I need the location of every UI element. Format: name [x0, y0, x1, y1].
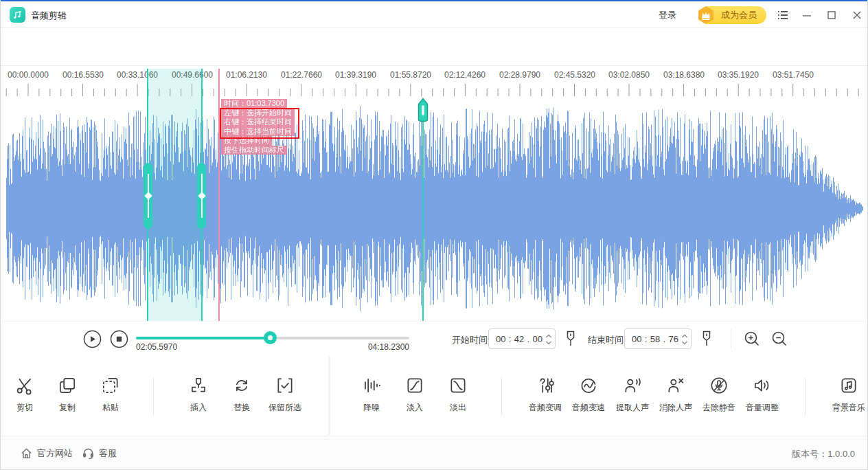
- extract-vocal-icon: [622, 375, 643, 396]
- separator: :: [509, 334, 512, 344]
- denoise-icon: [361, 375, 382, 396]
- vip-label: 成为会员: [721, 9, 757, 21]
- tool-extract-vocal[interactable]: 提取人声: [613, 375, 652, 414]
- tool-cut[interactable]: 剪切: [5, 375, 45, 414]
- end-marker-button[interactable]: [699, 330, 714, 348]
- official-website-label: 官方网站: [37, 447, 73, 460]
- crown-icon: [696, 5, 716, 25]
- start-minutes[interactable]: 00: [496, 334, 505, 344]
- tool-paste[interactable]: 粘贴: [91, 375, 130, 414]
- tool-fade-out[interactable]: 淡出: [438, 375, 478, 414]
- official-website-link[interactable]: 官方网站: [20, 447, 73, 460]
- start-seconds[interactable]: 42: [514, 334, 524, 344]
- tool-remove-silence[interactable]: 去除静音: [699, 375, 739, 414]
- pitch-icon: [535, 375, 556, 396]
- tool-fade-in[interactable]: 淡入: [395, 375, 435, 414]
- tool-keep-selected[interactable]: 保留所选: [265, 375, 305, 414]
- end-frames[interactable]: 76: [669, 334, 678, 344]
- separator: .: [527, 334, 530, 344]
- support-link[interactable]: 客服: [82, 447, 117, 460]
- footer: 官方网站 客服 版本号：1.0.0.0: [1, 437, 868, 470]
- cut-icon: [14, 375, 35, 396]
- waveform-canvas[interactable]: [1, 96, 868, 321]
- menu-icon[interactable]: [775, 8, 790, 22]
- tool-speed[interactable]: 音频变速: [569, 375, 608, 414]
- window-top-accent: [1, 0, 868, 1]
- progress-fill: [136, 337, 270, 339]
- file-toolbar: 更换 Beat It - Michael Jackson.mp3 00:16.7…: [1, 28, 868, 66]
- close-icon[interactable]: [849, 8, 865, 22]
- end-time-field[interactable]: 00 : 58 . 76: [624, 328, 692, 349]
- support-label: 客服: [99, 447, 117, 460]
- start-stepper[interactable]: [545, 332, 552, 347]
- tooltip-drag-line: 按住拖动时间标尺: [221, 146, 287, 155]
- fade-in-icon: [404, 375, 425, 396]
- insert-icon: [188, 375, 209, 396]
- app-title: 音频剪辑: [31, 10, 67, 22]
- current-time-line: [422, 120, 424, 321]
- ruler-ticks: [1, 66, 868, 96]
- edit-toolbar: 剪切 复制 粘贴 插入 替换 保留所选 降噪 淡入 淡出 音频变调 音频变速: [1, 356, 868, 436]
- total-time-text: 04:18.2300: [361, 342, 409, 352]
- tool-pitch[interactable]: 音频变调: [525, 375, 565, 414]
- waveform-area[interactable]: [1, 96, 868, 321]
- fade-out-icon: [448, 375, 468, 396]
- replace-icon: [231, 375, 252, 396]
- remove-vocal-icon: [665, 375, 686, 396]
- volume-icon: [752, 375, 773, 396]
- divider: [501, 378, 502, 415]
- current-time-text: 02:05.5970: [136, 342, 177, 352]
- progress-knob[interactable]: [264, 331, 277, 344]
- separator: :: [645, 334, 648, 344]
- hover-playhead-line: [218, 69, 220, 321]
- app-logo-icon: [10, 7, 25, 23]
- tool-insert[interactable]: 插入: [179, 375, 218, 414]
- start-time-field[interactable]: 00 : 42 . 00: [488, 328, 556, 349]
- tool-denoise[interactable]: 降噪: [352, 375, 391, 414]
- current-time-pin[interactable]: [417, 98, 429, 123]
- end-seconds[interactable]: 58: [650, 334, 660, 344]
- selection-end-handle[interactable]: [197, 163, 206, 229]
- selection-start-handle[interactable]: [144, 163, 152, 229]
- paste-icon: [100, 375, 121, 396]
- keep-selected-icon: [275, 375, 295, 396]
- stop-button[interactable]: [110, 330, 128, 348]
- end-time-label: 结束时间: [588, 334, 624, 346]
- zoom-in-icon[interactable]: [743, 330, 761, 348]
- version-label: 版本号：: [792, 449, 827, 459]
- end-stepper[interactable]: [681, 332, 688, 347]
- home-icon: [20, 447, 33, 460]
- divider: [731, 329, 731, 348]
- start-time-label: 开始时间: [452, 334, 488, 346]
- play-button[interactable]: [83, 330, 102, 348]
- tool-volume[interactable]: 音量调整: [742, 375, 782, 414]
- tool-bgm[interactable]: 背景音乐: [829, 375, 868, 414]
- zoom-out-icon[interactable]: [770, 330, 788, 348]
- divider: [153, 378, 154, 415]
- tooltip-highlight-box: [220, 108, 299, 139]
- tooltip-time-line: 时间：01:03.7300: [221, 99, 287, 109]
- separator: .: [663, 334, 666, 344]
- tool-remove-vocal[interactable]: 消除人声: [656, 375, 696, 414]
- start-marker-button[interactable]: [563, 330, 578, 348]
- tool-replace[interactable]: 替换: [222, 375, 262, 414]
- time-ruler[interactable]: 00:00.0000 00:16.5530 00:33.1060 00:49.6…: [1, 66, 868, 96]
- bgm-icon: [838, 375, 859, 396]
- divider: [805, 378, 806, 415]
- minimize-icon[interactable]: [799, 8, 814, 22]
- speed-icon: [578, 375, 599, 396]
- panel-seam: [328, 356, 330, 436]
- version-text: 版本号：1.0.0.0: [792, 448, 855, 460]
- selection-region[interactable]: [147, 69, 203, 321]
- start-frames[interactable]: 00: [533, 334, 542, 344]
- headset-icon: [82, 447, 95, 460]
- maximize-icon[interactable]: [824, 8, 839, 22]
- titlebar: 音频剪辑 登录 成为会员: [1, 1, 868, 28]
- tool-copy[interactable]: 复制: [47, 375, 87, 414]
- ruler-tooltip: 时间：01:03.7300 左键：选择开始时间 右键：选择结束时间 中键：选择当…: [221, 99, 295, 155]
- login-button[interactable]: 登录: [659, 9, 676, 21]
- version-number: 1.0.0.0: [827, 449, 855, 459]
- end-minutes[interactable]: 00: [632, 334, 641, 344]
- remove-silence-icon: [709, 375, 729, 396]
- copy-icon: [57, 375, 78, 396]
